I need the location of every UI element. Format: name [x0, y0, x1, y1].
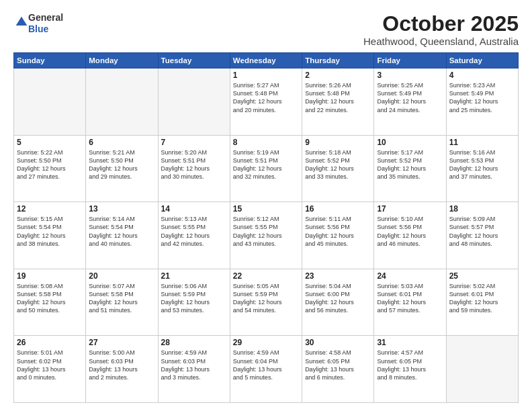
day-number: 25 [449, 271, 515, 281]
day-info: Sunrise: 5:03 AM Sunset: 6:01 PM Dayligh… [377, 282, 443, 315]
day-info: Sunrise: 4:57 AM Sunset: 6:05 PM Dayligh… [377, 349, 443, 381]
day-info: Sunrise: 5:01 AM Sunset: 6:02 PM Dayligh… [17, 349, 83, 381]
day-number: 20 [89, 271, 154, 281]
day-number: 27 [89, 338, 154, 347]
day-number: 6 [89, 138, 154, 147]
calendar-cell: 19Sunrise: 5:08 AM Sunset: 5:58 PM Dayli… [14, 269, 86, 336]
calendar-cell: 30Sunrise: 4:58 AM Sunset: 6:05 PM Dayli… [302, 336, 374, 403]
day-info: Sunrise: 5:04 AM Sunset: 6:00 PM Dayligh… [305, 282, 371, 315]
day-number: 22 [233, 271, 299, 281]
day-info: Sunrise: 5:17 AM Sunset: 5:52 PM Dayligh… [377, 148, 443, 181]
calendar-cell: 26Sunrise: 5:01 AM Sunset: 6:02 PM Dayli… [14, 336, 86, 403]
day-info: Sunrise: 5:14 AM Sunset: 5:54 PM Dayligh… [89, 215, 154, 248]
day-number: 10 [377, 138, 443, 147]
day-info: Sunrise: 5:26 AM Sunset: 5:48 PM Dayligh… [305, 81, 371, 114]
day-number: 12 [17, 204, 83, 214]
day-number: 24 [377, 271, 443, 281]
calendar-week-row: 5Sunrise: 5:22 AM Sunset: 5:50 PM Daylig… [14, 135, 519, 202]
day-info: Sunrise: 5:02 AM Sunset: 6:01 PM Dayligh… [449, 282, 515, 315]
calendar-cell: 2Sunrise: 5:26 AM Sunset: 5:48 PM Daylig… [302, 68, 374, 136]
day-info: Sunrise: 5:00 AM Sunset: 6:03 PM Dayligh… [89, 349, 154, 381]
day-number: 13 [89, 204, 154, 214]
day-info: Sunrise: 5:06 AM Sunset: 5:59 PM Dayligh… [161, 282, 227, 315]
day-info: Sunrise: 5:07 AM Sunset: 5:58 PM Dayligh… [89, 282, 154, 315]
logo-blue: Blue [28, 24, 48, 34]
calendar-cell: 28Sunrise: 4:59 AM Sunset: 6:03 PM Dayli… [158, 336, 230, 403]
day-number: 8 [233, 138, 299, 147]
day-number: 23 [305, 271, 371, 281]
day-number: 16 [305, 204, 371, 214]
day-info: Sunrise: 5:09 AM Sunset: 5:57 PM Dayligh… [449, 215, 515, 248]
page: General Blue October 2025 Heathwood, Que… [0, 0, 532, 411]
day-info: Sunrise: 5:12 AM Sunset: 5:55 PM Dayligh… [233, 215, 299, 248]
calendar-cell [446, 336, 518, 403]
month-title: October 2025 [363, 12, 519, 36]
calendar-cell: 11Sunrise: 5:16 AM Sunset: 5:53 PM Dayli… [446, 135, 518, 202]
day-number: 15 [233, 204, 299, 214]
calendar-week-row: 12Sunrise: 5:15 AM Sunset: 5:54 PM Dayli… [14, 202, 519, 269]
day-number: 4 [449, 71, 515, 80]
day-number: 9 [305, 138, 371, 147]
day-number: 2 [305, 71, 371, 80]
calendar-cell: 16Sunrise: 5:11 AM Sunset: 5:56 PM Dayli… [302, 202, 374, 269]
day-number: 26 [17, 338, 83, 347]
day-info: Sunrise: 5:27 AM Sunset: 5:48 PM Dayligh… [233, 81, 299, 114]
day-info: Sunrise: 5:22 AM Sunset: 5:50 PM Dayligh… [17, 148, 83, 181]
day-info: Sunrise: 5:19 AM Sunset: 5:51 PM Dayligh… [233, 148, 299, 181]
location: Heathwood, Queensland, Australia [363, 36, 519, 47]
day-number: 17 [377, 204, 443, 214]
day-info: Sunrise: 5:11 AM Sunset: 5:56 PM Dayligh… [305, 215, 371, 248]
calendar-cell: 9Sunrise: 5:18 AM Sunset: 5:52 PM Daylig… [302, 135, 374, 202]
logo-general: General [28, 12, 63, 23]
day-info: Sunrise: 5:13 AM Sunset: 5:55 PM Dayligh… [161, 215, 227, 248]
calendar-cell: 14Sunrise: 5:13 AM Sunset: 5:55 PM Dayli… [158, 202, 230, 269]
day-info: Sunrise: 5:23 AM Sunset: 5:49 PM Dayligh… [449, 81, 515, 114]
calendar-cell: 29Sunrise: 4:59 AM Sunset: 6:04 PM Dayli… [230, 336, 302, 403]
weekday-header-row: SundayMondayTuesdayWednesdayThursdayFrid… [14, 53, 519, 68]
calendar-cell: 8Sunrise: 5:19 AM Sunset: 5:51 PM Daylig… [230, 135, 302, 202]
calendar-cell: 15Sunrise: 5:12 AM Sunset: 5:55 PM Dayli… [230, 202, 302, 269]
calendar-cell: 6Sunrise: 5:21 AM Sunset: 5:50 PM Daylig… [86, 135, 158, 202]
calendar-week-row: 1Sunrise: 5:27 AM Sunset: 5:48 PM Daylig… [14, 68, 519, 136]
day-info: Sunrise: 4:59 AM Sunset: 6:03 PM Dayligh… [161, 349, 227, 381]
day-info: Sunrise: 5:08 AM Sunset: 5:58 PM Dayligh… [17, 282, 83, 315]
calendar-cell: 27Sunrise: 5:00 AM Sunset: 6:03 PM Dayli… [86, 336, 158, 403]
calendar-cell: 1Sunrise: 5:27 AM Sunset: 5:48 PM Daylig… [230, 68, 302, 136]
calendar-cell: 25Sunrise: 5:02 AM Sunset: 6:01 PM Dayli… [446, 269, 518, 336]
calendar-cell: 20Sunrise: 5:07 AM Sunset: 5:58 PM Dayli… [86, 269, 158, 336]
calendar-cell: 7Sunrise: 5:20 AM Sunset: 5:51 PM Daylig… [158, 135, 230, 202]
weekday-header: Sunday [14, 53, 86, 68]
weekday-header: Tuesday [158, 53, 230, 68]
calendar-cell: 3Sunrise: 5:25 AM Sunset: 5:49 PM Daylig… [374, 68, 446, 136]
calendar-cell [14, 68, 86, 136]
calendar-cell: 4Sunrise: 5:23 AM Sunset: 5:49 PM Daylig… [446, 68, 518, 136]
calendar-cell: 10Sunrise: 5:17 AM Sunset: 5:52 PM Dayli… [374, 135, 446, 202]
day-number: 29 [233, 338, 299, 347]
day-number: 1 [233, 71, 299, 80]
header: General Blue October 2025 Heathwood, Que… [13, 12, 519, 47]
day-info: Sunrise: 5:18 AM Sunset: 5:52 PM Dayligh… [305, 148, 371, 181]
svg-marker-0 [16, 16, 28, 25]
title-block: October 2025 Heathwood, Queensland, Aust… [363, 12, 519, 47]
day-info: Sunrise: 5:05 AM Sunset: 5:59 PM Dayligh… [233, 282, 299, 315]
logo-icon [15, 15, 28, 29]
day-info: Sunrise: 5:20 AM Sunset: 5:51 PM Dayligh… [161, 148, 227, 181]
day-number: 18 [449, 204, 515, 214]
logo-text: General Blue [28, 12, 63, 35]
day-info: Sunrise: 5:16 AM Sunset: 5:53 PM Dayligh… [449, 148, 515, 181]
calendar-cell: 31Sunrise: 4:57 AM Sunset: 6:05 PM Dayli… [374, 336, 446, 403]
calendar-table: SundayMondayTuesdayWednesdayThursdayFrid… [13, 52, 519, 403]
calendar-cell: 13Sunrise: 5:14 AM Sunset: 5:54 PM Dayli… [86, 202, 158, 269]
calendar-cell [86, 68, 158, 136]
day-number: 21 [161, 271, 227, 281]
day-info: Sunrise: 4:58 AM Sunset: 6:05 PM Dayligh… [305, 349, 371, 381]
day-number: 11 [449, 138, 515, 147]
calendar-cell: 17Sunrise: 5:10 AM Sunset: 5:56 PM Dayli… [374, 202, 446, 269]
calendar-week-row: 26Sunrise: 5:01 AM Sunset: 6:02 PM Dayli… [14, 336, 519, 403]
calendar-week-row: 19Sunrise: 5:08 AM Sunset: 5:58 PM Dayli… [14, 269, 519, 336]
calendar-cell: 5Sunrise: 5:22 AM Sunset: 5:50 PM Daylig… [14, 135, 86, 202]
day-info: Sunrise: 4:59 AM Sunset: 6:04 PM Dayligh… [233, 349, 299, 381]
day-number: 5 [17, 138, 83, 147]
calendar-cell: 21Sunrise: 5:06 AM Sunset: 5:59 PM Dayli… [158, 269, 230, 336]
logo: General Blue [13, 12, 63, 35]
